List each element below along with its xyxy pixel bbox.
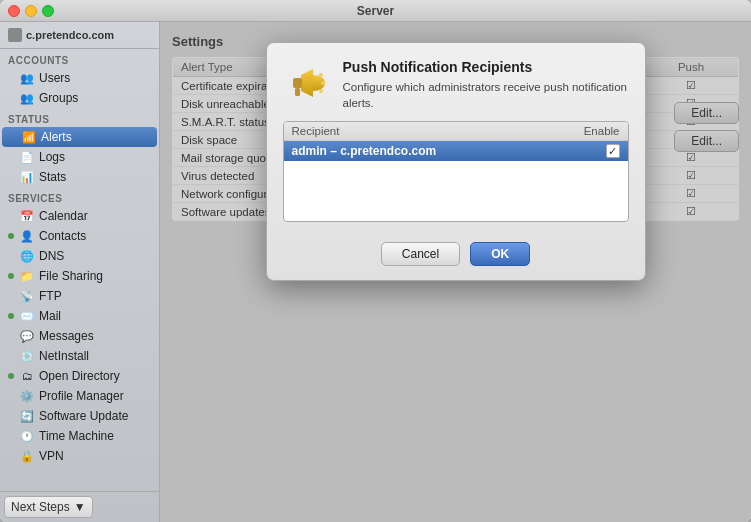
minimize-button[interactable] bbox=[25, 5, 37, 17]
sidebar-item-software-update[interactable]: 🔄 Software Update bbox=[0, 406, 159, 426]
col-recipient: Recipient bbox=[292, 125, 340, 137]
software-update-icon: 🔄 bbox=[20, 409, 34, 423]
ftp-icon: 📡 bbox=[20, 289, 34, 303]
window-title: Server bbox=[357, 4, 394, 18]
contacts-icon: 👤 bbox=[20, 229, 34, 243]
sidebar-label-alerts: Alerts bbox=[41, 130, 72, 144]
recipients-list: admin – c.pretendco.com bbox=[284, 141, 628, 221]
sidebar-label-netinstall: NetInstall bbox=[39, 349, 89, 363]
svg-point-5 bbox=[321, 81, 325, 85]
groups-icon: 👥 bbox=[20, 91, 34, 105]
next-steps-label: Next Steps bbox=[11, 500, 70, 514]
dot-file-sharing bbox=[8, 273, 14, 279]
megaphone-icon bbox=[283, 59, 331, 107]
sidebar-label-calendar: Calendar bbox=[39, 209, 88, 223]
modal-subtitle: Configure which administrators receive p… bbox=[343, 79, 629, 111]
recipients-header: Recipient Enable bbox=[284, 122, 628, 141]
sidebar-label-time-machine: Time Machine bbox=[39, 429, 114, 443]
close-button[interactable] bbox=[8, 5, 20, 17]
sidebar-label-open-directory: Open Directory bbox=[39, 369, 120, 383]
section-label-status: STATUS bbox=[0, 108, 159, 127]
modal-body: Recipient Enable admin – c.pretendco.com bbox=[267, 121, 645, 234]
sidebar-item-alerts[interactable]: 📶 Alerts bbox=[2, 127, 157, 147]
sidebar-item-groups[interactable]: 👥 Groups bbox=[0, 88, 159, 108]
next-steps-chevron-icon: ▼ bbox=[74, 500, 86, 514]
sidebar-item-stats[interactable]: 📊 Stats bbox=[0, 167, 159, 187]
sidebar-item-dns[interactable]: 🌐 DNS bbox=[0, 246, 159, 266]
cancel-button[interactable]: Cancel bbox=[381, 242, 460, 266]
svg-rect-3 bbox=[295, 88, 300, 96]
dot-mail bbox=[8, 313, 14, 319]
sidebar-item-mail[interactable]: ✉️ Mail bbox=[0, 306, 159, 326]
time-machine-icon: 🕐 bbox=[20, 429, 34, 443]
server-icon bbox=[8, 28, 22, 42]
modal-buttons: Cancel OK bbox=[267, 234, 645, 280]
titlebar: Server bbox=[0, 0, 751, 22]
svg-marker-1 bbox=[301, 69, 313, 97]
modal-title: Push Notification Recipients bbox=[343, 59, 629, 75]
sidebar-item-profile-manager[interactable]: ⚙️ Profile Manager bbox=[0, 386, 159, 406]
sidebar-item-calendar[interactable]: 📅 Calendar bbox=[0, 206, 159, 226]
sidebar-item-file-sharing[interactable]: 📁 File Sharing bbox=[0, 266, 159, 286]
sidebar-scroll: ACCOUNTS 👥 Users 👥 Groups STATUS 📶 Alert… bbox=[0, 49, 159, 491]
sidebar-bottom: Next Steps ▼ bbox=[0, 491, 159, 522]
sidebar-server-item[interactable]: c.pretendco.com bbox=[0, 22, 159, 49]
recipients-table-wrapper: Recipient Enable admin – c.pretendco.com bbox=[283, 121, 629, 222]
section-label-services: SERVICES bbox=[0, 187, 159, 206]
dot-open-directory bbox=[8, 373, 14, 379]
file-sharing-icon: 📁 bbox=[20, 269, 34, 283]
dot-contacts bbox=[8, 233, 14, 239]
sidebar-label-software-update: Software Update bbox=[39, 409, 128, 423]
sidebar-label-vpn: VPN bbox=[39, 449, 64, 463]
sidebar-label-profile-manager: Profile Manager bbox=[39, 389, 124, 403]
logs-icon: 📄 bbox=[20, 150, 34, 164]
main-window: Server c.pretendco.com ACCOUNTS 👥 Users … bbox=[0, 0, 751, 522]
calendar-icon: 📅 bbox=[20, 209, 34, 223]
stats-icon: 📊 bbox=[20, 170, 34, 184]
sidebar-item-open-directory[interactable]: 🗂 Open Directory bbox=[0, 366, 159, 386]
svg-point-6 bbox=[319, 89, 323, 93]
recipient-row[interactable]: admin – c.pretendco.com bbox=[284, 141, 628, 161]
recipient-name: admin – c.pretendco.com bbox=[292, 144, 437, 158]
maximize-button[interactable] bbox=[42, 5, 54, 17]
vpn-icon: 🔒 bbox=[20, 449, 34, 463]
sidebar-item-logs[interactable]: 📄 Logs bbox=[0, 147, 159, 167]
modal-overlay: Push Notification Recipients Configure w… bbox=[160, 22, 751, 522]
ok-button[interactable]: OK bbox=[470, 242, 530, 266]
traffic-lights bbox=[8, 5, 54, 17]
sidebar-item-users[interactable]: 👥 Users bbox=[0, 68, 159, 88]
sidebar-label-mail: Mail bbox=[39, 309, 61, 323]
sidebar-item-time-machine[interactable]: 🕐 Time Machine bbox=[0, 426, 159, 446]
sidebar-label-ftp: FTP bbox=[39, 289, 62, 303]
sidebar-label-file-sharing: File Sharing bbox=[39, 269, 103, 283]
main-layout: c.pretendco.com ACCOUNTS 👥 Users 👥 Group… bbox=[0, 22, 751, 522]
netinstall-icon: 💿 bbox=[20, 349, 34, 363]
sidebar-label-contacts: Contacts bbox=[39, 229, 86, 243]
recipient-checkbox[interactable] bbox=[606, 144, 620, 158]
sidebar-item-vpn[interactable]: 🔒 VPN bbox=[0, 446, 159, 466]
sidebar-item-netinstall[interactable]: 💿 NetInstall bbox=[0, 346, 159, 366]
server-name: c.pretendco.com bbox=[26, 29, 114, 41]
sidebar-label-logs: Logs bbox=[39, 150, 65, 164]
dns-icon: 🌐 bbox=[20, 249, 34, 263]
content-area: Settings Alert Type Email Push Certifica… bbox=[160, 22, 751, 522]
svg-point-4 bbox=[319, 73, 323, 77]
sidebar-label-groups: Groups bbox=[39, 91, 78, 105]
sidebar-label-dns: DNS bbox=[39, 249, 64, 263]
sidebar-item-messages[interactable]: 💬 Messages bbox=[0, 326, 159, 346]
mail-icon: ✉️ bbox=[20, 309, 34, 323]
sidebar: c.pretendco.com ACCOUNTS 👥 Users 👥 Group… bbox=[0, 22, 160, 522]
sidebar-label-users: Users bbox=[39, 71, 70, 85]
profile-manager-icon: ⚙️ bbox=[20, 389, 34, 403]
sidebar-label-messages: Messages bbox=[39, 329, 94, 343]
modal-header-text: Push Notification Recipients Configure w… bbox=[343, 59, 629, 111]
messages-icon: 💬 bbox=[20, 329, 34, 343]
modal-header: Push Notification Recipients Configure w… bbox=[267, 43, 645, 121]
sidebar-item-contacts[interactable]: 👤 Contacts bbox=[0, 226, 159, 246]
next-steps-button[interactable]: Next Steps ▼ bbox=[4, 496, 93, 518]
svg-rect-2 bbox=[293, 78, 302, 88]
sidebar-item-ftp[interactable]: 📡 FTP bbox=[0, 286, 159, 306]
col-enable: Enable bbox=[584, 125, 620, 137]
sidebar-label-stats: Stats bbox=[39, 170, 66, 184]
section-label-accounts: ACCOUNTS bbox=[0, 49, 159, 68]
